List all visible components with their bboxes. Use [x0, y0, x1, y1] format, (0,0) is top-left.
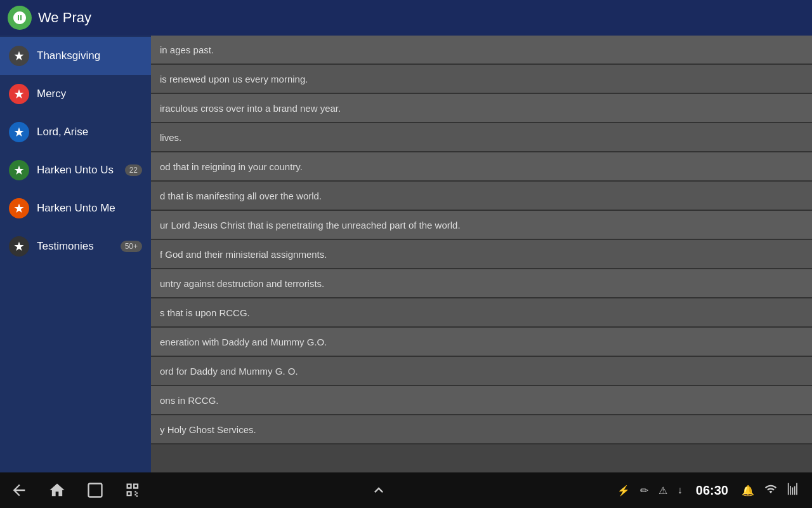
row-text-10: eneration with Daddy and Mummy G.O.: [160, 337, 327, 347]
row-text-2: iraculous cross over into a brand new ye…: [160, 103, 341, 114]
home-button[interactable]: [48, 481, 66, 499]
row-text-3: lives.: [160, 132, 181, 143]
thanksgiving-icon: [9, 46, 29, 66]
warning-icon: ⚠: [658, 485, 667, 497]
testimonies-icon: [9, 236, 29, 257]
content-row-11[interactable]: ord for Daddy and Mummy G. O.: [151, 357, 812, 386]
alarm-icon: 🔔: [742, 485, 754, 497]
row-text-4: od that in reigning in your country.: [160, 161, 303, 172]
row-text-0: in ages past.: [160, 44, 214, 55]
bottom-nav-left: [10, 481, 142, 499]
top-bar: We Pray: [0, 0, 812, 36]
content-row-10[interactable]: eneration with Daddy and Mummy G.O.: [151, 328, 812, 357]
row-text-5: d that is manifesting all over the world…: [160, 190, 322, 201]
sidebar-item-mercy-label: Mercy: [37, 88, 142, 100]
lord-arise-icon: [9, 122, 29, 142]
sidebar-item-harken-unto-me[interactable]: Harken Unto Me: [0, 189, 151, 227]
content-row-9[interactable]: s that is upon RCCG.: [151, 298, 812, 328]
wifi-icon: [764, 483, 777, 498]
harken-unto-us-icon: [9, 160, 29, 180]
status-time: 06:30: [696, 483, 728, 498]
sidebar-item-harken-unto-us-label: Harken Unto Us: [37, 164, 122, 177]
sidebar-item-lord-arise-label: Lord, Arise: [37, 126, 142, 138]
usb-icon: ⚡: [617, 485, 630, 497]
sidebar-item-harken-unto-us[interactable]: Harken Unto Us 22: [0, 151, 151, 189]
sidebar-item-thanksgiving[interactable]: Thanksgiving: [0, 37, 151, 75]
qr-button[interactable]: [124, 481, 142, 499]
back-button[interactable]: [10, 481, 28, 499]
app-title: We Pray: [38, 10, 91, 26]
content-area: in ages past.is renewed upon us every mo…: [151, 36, 812, 472]
bottom-nav-right: ⚡ ✏ ⚠ ↓ 06:30 🔔: [615, 483, 802, 498]
content-row-13[interactable]: y Holy Ghost Services.: [151, 415, 812, 444]
signal-icon: [787, 483, 800, 498]
content-row-1[interactable]: is renewed upon us every morning.: [151, 65, 812, 94]
row-text-6: ur Lord Jesus Christ that is penetrating…: [160, 220, 461, 231]
sidebar-item-thanksgiving-label: Thanksgiving: [37, 50, 142, 62]
content-row-0[interactable]: in ages past.: [151, 36, 812, 65]
harken-unto-me-icon: [9, 198, 29, 218]
row-text-8: untry against destruction and terrorists…: [160, 278, 324, 289]
row-text-12: ons in RCCG.: [160, 395, 219, 406]
sidebar-item-testimonies[interactable]: Testimonies 50+: [0, 227, 151, 265]
row-text-13: y Holy Ghost Services.: [160, 424, 256, 435]
bottom-nav-center: [370, 481, 388, 499]
row-text-1: is renewed upon us every morning.: [160, 74, 308, 84]
svg-rect-0: [89, 484, 102, 497]
recents-button[interactable]: [86, 481, 104, 499]
sidebar-item-testimonies-label: Testimonies: [37, 240, 118, 253]
row-text-9: s that is upon RCCG.: [160, 307, 250, 318]
mercy-icon: [9, 84, 29, 104]
content-row-7[interactable]: f God and their ministerial assignments.: [151, 240, 812, 269]
up-button[interactable]: [370, 481, 388, 499]
content-row-5[interactable]: d that is manifesting all over the world…: [151, 182, 812, 211]
content-row-3[interactable]: lives.: [151, 123, 812, 152]
app-logo: [8, 6, 32, 30]
content-row-4[interactable]: od that in reigning in your country.: [151, 152, 812, 182]
harken-unto-us-badge: 22: [125, 164, 142, 176]
bottom-bar: ⚡ ✏ ⚠ ↓ 06:30 🔔: [0, 472, 812, 508]
download-icon: ↓: [678, 485, 683, 496]
main-layout: Thanksgiving Mercy Lord, Arise Harken Un…: [0, 36, 812, 472]
content-row-6[interactable]: ur Lord Jesus Christ that is penetrating…: [151, 211, 812, 240]
sidebar-item-mercy[interactable]: Mercy: [0, 75, 151, 113]
testimonies-badge: 50+: [121, 241, 142, 252]
sidebar: Thanksgiving Mercy Lord, Arise Harken Un…: [0, 36, 151, 472]
row-text-7: f God and their ministerial assignments.: [160, 249, 327, 260]
row-text-11: ord for Daddy and Mummy G. O.: [160, 366, 298, 377]
content-row-2[interactable]: iraculous cross over into a brand new ye…: [151, 94, 812, 123]
edit-icon: ✏: [640, 485, 648, 497]
content-row-8[interactable]: untry against destruction and terrorists…: [151, 269, 812, 298]
sidebar-item-harken-unto-me-label: Harken Unto Me: [37, 202, 142, 215]
sidebar-item-lord-arise[interactable]: Lord, Arise: [0, 113, 151, 151]
content-row-12[interactable]: ons in RCCG.: [151, 386, 812, 415]
